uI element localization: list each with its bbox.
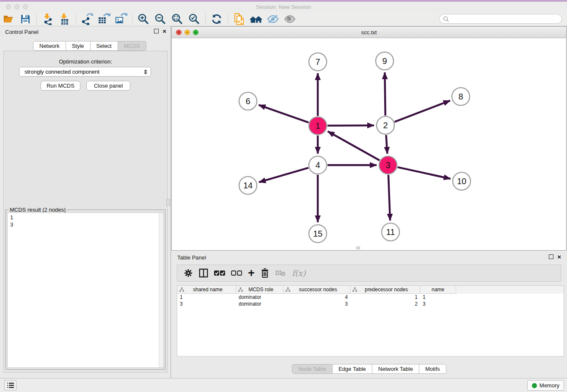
graph-edge-2-9[interactable]	[385, 72, 385, 116]
table-cell[interactable]: dominator	[236, 301, 284, 307]
mcds-result-textarea[interactable]: 1 3	[7, 213, 164, 368]
graph-node-3[interactable]: 3	[379, 156, 397, 174]
optimization-criterion-dropdown[interactable]: strongly connected component	[19, 67, 151, 77]
run-mcds-button[interactable]: Run MCDS	[41, 81, 80, 91]
export-image-icon[interactable]	[115, 13, 127, 25]
tab-style[interactable]: Style	[66, 41, 91, 51]
graph-node-11[interactable]: 11	[382, 223, 399, 241]
control-panel: Control Panel × NetworkStyleSelectMCDS O…	[0, 26, 171, 378]
tab-motifs[interactable]: Motifs	[419, 364, 446, 374]
clone-network-icon[interactable]	[233, 13, 245, 25]
svg-text:6: 6	[245, 97, 250, 106]
result-scrollbar[interactable]	[159, 213, 163, 367]
close-panel-icon[interactable]: ×	[162, 29, 166, 33]
graph-edge-1-6[interactable]	[259, 105, 308, 122]
export-table-icon[interactable]	[98, 13, 110, 25]
tab-network-table[interactable]: Network Table	[372, 364, 419, 374]
graph-edge-2-8[interactable]	[394, 101, 450, 122]
home-icon[interactable]	[250, 13, 262, 25]
table-cell[interactable]: 3	[420, 301, 456, 307]
table-cell[interactable]: dominator	[236, 294, 284, 301]
graph-node-8[interactable]: 8	[452, 88, 470, 105]
tab-network[interactable]: Network	[33, 41, 66, 51]
graph-node-1[interactable]: 1	[309, 117, 327, 135]
titlebar[interactable]: Session: New Session	[0, 2, 567, 12]
network-graph-canvas[interactable]: 7968124314101511	[172, 38, 566, 250]
refresh-icon[interactable]	[210, 13, 223, 25]
table-cell[interactable]: 1	[177, 294, 236, 301]
search-input[interactable]	[451, 16, 561, 22]
zoom-fit-icon[interactable]	[171, 13, 184, 25]
import-table-icon[interactable]	[58, 13, 71, 25]
open-file-icon[interactable]	[2, 13, 15, 25]
graph-node-7[interactable]: 7	[309, 53, 327, 71]
gear-icon[interactable]	[184, 267, 193, 279]
memory-status-icon	[532, 383, 537, 388]
column-header-mcds-role[interactable]: MCDS role	[236, 286, 284, 294]
graph-node-4[interactable]: 4	[309, 156, 327, 174]
graph-edge-3-11[interactable]	[388, 175, 390, 221]
zoom-in-icon[interactable]	[137, 13, 150, 25]
search-icon	[443, 16, 449, 22]
graph-node-14[interactable]: 14	[239, 177, 257, 194]
network-window-title: scc.txt	[172, 29, 566, 36]
task-history-button[interactable]	[4, 380, 17, 390]
column-header-name[interactable]: name	[420, 286, 456, 294]
column-header-successor-nodes[interactable]: successor nodes	[284, 286, 350, 294]
graph-edge-1-2[interactable]	[328, 125, 374, 126]
close-panel-button[interactable]: Close panel	[86, 81, 130, 91]
eye-icon[interactable]	[284, 13, 296, 25]
table-cell[interactable]: 4	[284, 294, 350, 301]
search-field[interactable]	[439, 14, 562, 24]
table-row[interactable]: 1dominator411	[177, 294, 564, 301]
panel-splitter-handle[interactable]	[166, 199, 170, 206]
table-cell[interactable]: 1	[350, 294, 420, 301]
graph-node-2[interactable]: 2	[377, 116, 394, 134]
tab-node-table[interactable]: Node Table	[292, 364, 333, 374]
zoom-selected-icon[interactable]	[188, 13, 201, 25]
delete-row-icon[interactable]	[261, 267, 269, 279]
memory-label: Memory	[539, 382, 559, 389]
network-scroll-nub[interactable]	[356, 246, 360, 249]
table-cell[interactable]: 3	[284, 301, 350, 307]
split-view-icon[interactable]	[199, 267, 208, 279]
column-header-shared-name[interactable]: shared name	[177, 286, 236, 294]
table-cell[interactable]: 3	[177, 301, 236, 307]
memory-button[interactable]: Memory	[527, 380, 564, 391]
graph-node-6[interactable]: 6	[239, 92, 257, 110]
column-header-predecessor-nodes[interactable]: predecessor nodes	[350, 286, 420, 294]
toolbar-separator	[36, 14, 37, 25]
table-cell[interactable]: 1	[420, 294, 456, 301]
import-network-icon[interactable]	[41, 13, 54, 25]
graph-node-15[interactable]: 15	[309, 225, 327, 243]
table-row[interactable]: 3dominator323	[177, 301, 564, 307]
graph-node-10[interactable]: 10	[453, 172, 471, 190]
dropdown-stepper-icon	[143, 69, 148, 75]
svg-text:15: 15	[313, 229, 322, 238]
export-network-icon[interactable]	[81, 13, 94, 25]
network-window-titlebar[interactable]: × − + scc.txt	[172, 27, 566, 38]
graph-edge-3-10[interactable]	[397, 167, 450, 179]
mcds-result-fieldset: MCDS result (2 nodes) 1 3	[6, 210, 165, 370]
tab-select[interactable]: Select	[91, 41, 118, 51]
add-row-icon[interactable]: +	[248, 267, 255, 279]
table-panel: Table Panel × +	[171, 251, 567, 378]
graph-edge-2-3[interactable]	[386, 135, 387, 154]
graph-node-9[interactable]: 9	[376, 52, 394, 70]
close-table-panel-icon[interactable]: ×	[557, 254, 561, 259]
save-session-icon[interactable]	[19, 13, 32, 25]
graph-edge-4-14[interactable]	[259, 168, 308, 182]
dropdown-selected-value: strongly connected component	[25, 69, 99, 75]
graph-edge-3-1[interactable]	[328, 131, 380, 160]
select-all-icon[interactable]	[214, 267, 225, 279]
hide-eye-icon[interactable]	[267, 13, 279, 25]
deselect-all-icon[interactable]	[231, 267, 242, 279]
svg-text:10: 10	[457, 177, 466, 186]
tab-mcds[interactable]: MCDS	[118, 41, 146, 51]
zoom-out-icon[interactable]	[154, 13, 167, 25]
float-table-panel-icon[interactable]	[549, 254, 553, 259]
node-table[interactable]: shared nameMCDS rolesuccessor nodesprede…	[177, 285, 564, 356]
table-cell[interactable]: 2	[350, 301, 420, 307]
tab-edge-table[interactable]: Edge Table	[333, 364, 372, 374]
float-panel-icon[interactable]	[154, 29, 159, 33]
